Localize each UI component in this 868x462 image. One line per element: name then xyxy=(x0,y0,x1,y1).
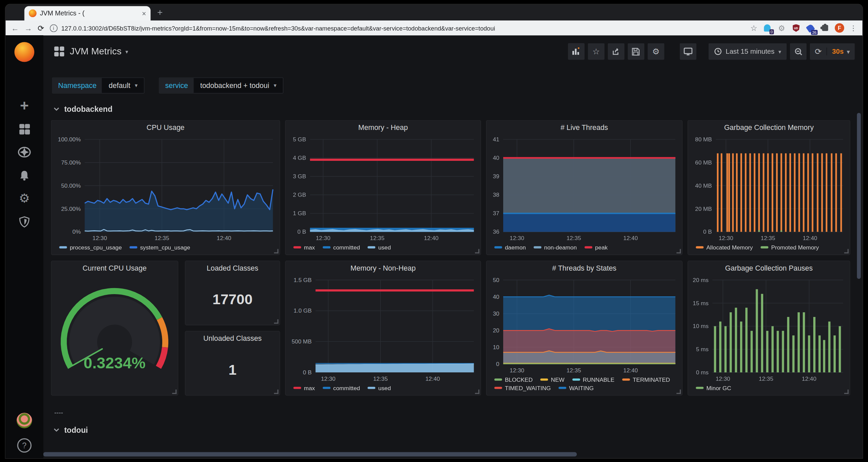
help-icon[interactable]: ? xyxy=(17,438,32,453)
zoom-out-icon xyxy=(794,47,803,56)
panel-title[interactable]: CPU Usage xyxy=(52,121,279,134)
panel-title[interactable]: # Threads by States xyxy=(487,261,682,275)
sidebar-item-configuration[interactable]: ⚙ xyxy=(13,187,36,210)
panel-title[interactable]: Memory - Non-Heap xyxy=(285,261,480,275)
dashboard-settings-button[interactable]: ⚙ xyxy=(648,43,664,60)
url-field[interactable]: i 127.0.0.1:3002/d/D65bST8iz/jvm-metrics… xyxy=(50,24,745,32)
chart[interactable]: 0%25.00%50.00%75.00%100.00%12:3012:3512:… xyxy=(54,134,277,243)
forward-icon[interactable]: → xyxy=(25,24,32,32)
panel-resize-handle[interactable] xyxy=(677,390,681,394)
bookmark-star-icon[interactable]: ☆ xyxy=(750,24,757,32)
panel-title[interactable]: Garbage Collection Memory xyxy=(688,121,849,134)
legend-item[interactable]: Minor GC xyxy=(696,385,731,391)
legend-item[interactable]: Promoted Memory xyxy=(761,244,819,251)
panel-resize-handle[interactable] xyxy=(274,319,278,324)
legend-item[interactable]: used xyxy=(368,244,391,251)
share-dashboard-button[interactable] xyxy=(608,43,624,60)
site-info-icon[interactable]: i xyxy=(50,24,57,32)
refresh-button[interactable]: ⟳ xyxy=(810,46,826,57)
grafana-logo-icon[interactable] xyxy=(14,42,34,62)
legend-item[interactable]: BLOCKED xyxy=(494,376,533,383)
settings-extension-icon[interactable]: ⚙ xyxy=(777,24,786,32)
panel-title[interactable]: Loaded Classes xyxy=(185,261,279,275)
panel-title[interactable]: Current CPU Usage xyxy=(52,261,178,275)
panel-resize-handle[interactable] xyxy=(677,249,681,254)
variable-value-dropdown[interactable]: default ▾ xyxy=(102,78,144,93)
panel-resize-handle[interactable] xyxy=(475,390,479,394)
vertical-scrollbar[interactable] xyxy=(857,83,861,437)
chart[interactable]: 0102030405012:3012:3512:40 xyxy=(489,274,680,375)
back-icon[interactable]: ← xyxy=(11,24,19,32)
row-header-todobackend[interactable]: todobackend xyxy=(53,104,855,113)
panel-resize-handle[interactable] xyxy=(844,390,848,394)
browser-tab[interactable]: JVM Metrics - ( × xyxy=(25,6,151,21)
panel-title[interactable]: Unloaded Classes xyxy=(185,331,279,345)
svg-text:0 ms: 0 ms xyxy=(696,369,709,376)
svg-text:3 GB: 3 GB xyxy=(293,173,306,179)
panel-title[interactable]: Garbage Collection Pauses xyxy=(688,261,849,275)
title-caret-icon[interactable]: ▾ xyxy=(125,48,128,55)
chart[interactable]: 36373839404112:3012:3512:40 xyxy=(489,134,680,243)
chart[interactable]: 0 ms5 ms10 ms15 ms20 ms12:3012:3512:40 xyxy=(690,274,847,384)
legend-swatch xyxy=(540,379,548,381)
sidebar-item-server-admin[interactable] xyxy=(13,210,36,233)
reload-icon[interactable]: ⟳ xyxy=(38,24,44,32)
legend-item[interactable]: TERMINATED xyxy=(622,376,670,383)
horizontal-scrollbar[interactable] xyxy=(43,452,851,456)
scrollbar-thumb[interactable] xyxy=(43,452,577,456)
dashboard-title[interactable]: JVM Metrics xyxy=(70,46,122,57)
ublock-shield-icon[interactable]: UD xyxy=(792,24,801,32)
variable-value-dropdown[interactable]: todobackend + todoui ▾ xyxy=(193,78,283,93)
chart[interactable]: 0 B500 MB1.0 GB1.5 GB12:3012:3512:40 xyxy=(288,274,478,384)
zoom-out-button[interactable] xyxy=(790,43,807,60)
sidebar-item-explore[interactable] xyxy=(13,141,36,164)
legend-item[interactable]: max xyxy=(293,244,315,251)
refresh-control: ⟳ 30s ▾ xyxy=(810,43,855,60)
save-dashboard-button[interactable] xyxy=(628,43,644,60)
ghostery-extension-icon[interactable]: 0 xyxy=(763,24,772,32)
refresh-interval-picker[interactable]: 30s ▾ xyxy=(827,48,855,56)
scrollbar-thumb[interactable] xyxy=(857,113,861,279)
cycle-view-button[interactable] xyxy=(680,43,696,60)
legend-item[interactable]: max xyxy=(293,385,315,391)
panel-resize-handle[interactable] xyxy=(274,390,278,394)
legend-item[interactable]: daemon xyxy=(494,244,526,251)
legend-item[interactable]: peak xyxy=(585,244,608,251)
chart[interactable]: 0 B20 MB40 MB60 MB80 MB12:3012:3512:40 xyxy=(690,134,847,243)
legend-item[interactable]: TIMED_WAITING xyxy=(494,385,551,391)
legend-label: NEW xyxy=(551,376,564,383)
sidebar-item-alerting[interactable] xyxy=(13,164,36,187)
panel-resize-handle[interactable] xyxy=(844,249,848,254)
tab-close-icon[interactable]: × xyxy=(142,9,147,18)
extensions-puzzle-icon[interactable] xyxy=(820,24,829,32)
legend-item[interactable]: system_cpu_usage xyxy=(130,244,190,251)
sidebar-item-dashboards[interactable] xyxy=(13,117,36,140)
add-panel-button[interactable] xyxy=(568,43,585,60)
legend-item[interactable]: WAITING xyxy=(559,385,594,391)
browser-menu-icon[interactable]: ⋮ xyxy=(850,24,857,32)
row-header-todoui[interactable]: todoui xyxy=(53,425,855,434)
profile-avatar[interactable]: F xyxy=(835,23,844,33)
legend-item[interactable]: Allocated Memory xyxy=(696,244,753,251)
legend-item[interactable]: non-deamon xyxy=(534,244,577,251)
legend-item[interactable]: committed xyxy=(323,244,360,251)
sidebar-item-create[interactable]: + xyxy=(13,94,36,117)
legend-item[interactable]: NEW xyxy=(540,376,565,383)
user-avatar[interactable] xyxy=(17,412,32,428)
star-dashboard-button[interactable]: ☆ xyxy=(588,43,604,60)
panel-resize-handle[interactable] xyxy=(172,390,177,394)
legend-item[interactable]: process_cpu_usage xyxy=(59,244,122,251)
panel-resize-handle[interactable] xyxy=(475,249,479,254)
time-range-picker[interactable]: Last 15 minutes ▾ xyxy=(708,43,787,60)
panel-resize-handle[interactable] xyxy=(274,249,278,254)
url-text[interactable]: 127.0.0.1:3002/d/D65bST8iz/jvm-metrics?o… xyxy=(61,25,495,31)
new-tab-button[interactable]: + xyxy=(157,7,163,18)
panel-title[interactable]: Memory - Heap xyxy=(285,121,480,134)
legend-item[interactable]: committed xyxy=(323,385,360,391)
panel-gcmem: Garbage Collection Memory0 B20 MB40 MB60… xyxy=(688,120,850,255)
chart[interactable]: 0 B1 GB2 GB3 GB4 GB5 GB12:3012:3512:40 xyxy=(288,134,478,243)
legend-item[interactable]: used xyxy=(368,385,391,391)
tag-extension-icon[interactable]: 26 xyxy=(806,24,814,32)
legend-item[interactable]: RUNNABLE xyxy=(572,376,614,383)
panel-title[interactable]: # Live Threads xyxy=(487,121,682,134)
